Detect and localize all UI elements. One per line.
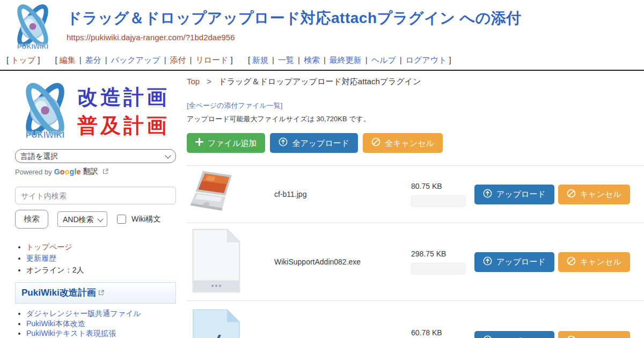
google-translate-credit: Powered by Google 翻訳 (15, 167, 176, 177)
cancel-all-button[interactable]: 全キャンセル (363, 133, 443, 153)
breadcrumb: Top > ドラッグ＆ドロップアップロード対応attachプラグイン (187, 77, 644, 87)
online-count: オンライン：2人 (26, 266, 84, 274)
sidebar-item-common-files[interactable]: ダジャレンジャー版共通ファイル (26, 309, 141, 318)
upload-file-list: cf-b11.jpg 80.75 KB アップロード キャンセル (187, 165, 644, 338)
file-name: cf-b11.jpg (274, 190, 411, 199)
plus-icon (195, 138, 203, 148)
search-mode-select[interactable]: AND検索 (57, 211, 107, 227)
add-file-button[interactable]: ファイル追加 (187, 133, 265, 153)
logo-caption: PUKIWIKI (26, 130, 64, 139)
file-row: WikiSupportAddin082.exe 298.75 KB アップロード… (187, 223, 644, 300)
nav-edit[interactable]: 編集 (60, 55, 76, 64)
sidebar-item-top-page[interactable]: トップページ (26, 243, 72, 251)
nav-search[interactable]: 検索 (304, 55, 320, 64)
sidebar-item-update-history[interactable]: 更新履歴 (26, 254, 56, 262)
logo-slogan-line2: 普及計画 (77, 112, 170, 140)
sidebar-links: ダジャレンジャー版共通ファイル PukiWiki本体改造 PukiWikiテキス… (15, 309, 176, 338)
page-url: https://pukiwiki.dajya-ranger.com/?1bd2d… (67, 33, 522, 42)
progress-bar (411, 195, 466, 207)
nav-list[interactable]: 一覧 (278, 55, 294, 64)
nav-help[interactable]: ヘルプ (371, 55, 396, 64)
sidebar-item-body-mod[interactable]: PukiWiki本体改造 (26, 319, 85, 328)
cancel-button[interactable]: キャンセル (558, 252, 630, 272)
list-item: PukiWiki本体改造 (26, 319, 176, 328)
upload-button[interactable]: アップロード (474, 185, 554, 204)
upload-button[interactable]: アップロード (474, 252, 554, 272)
file-row: cf-b11.jpg 80.75 KB アップロード キャンセル (187, 165, 644, 223)
cancel-button[interactable]: キャンセル (558, 185, 630, 204)
ban-icon (567, 189, 576, 200)
main-content: Top > ドラッグ＆ドロップアップロード対応attachプラグイン [全ページ… (185, 71, 644, 338)
google-logo: Google (54, 167, 81, 176)
list-item: トップページ (26, 241, 176, 252)
sidebar-section-title[interactable]: PukiWiki改造計画 (15, 282, 176, 304)
sidebar-logo: PUKIWIKI 改造計画 普及計画 (15, 82, 176, 142)
list-item: オンライン：2人 (26, 264, 176, 275)
nav-new[interactable]: 新規 (252, 55, 268, 64)
header: PUKIWIKI ドラッグ＆ドロップアップロード対応attachプラグイン への… (0, 0, 644, 52)
progress-bar (411, 263, 466, 275)
upload-all-button[interactable]: 全アップロード (270, 133, 358, 153)
nav-backup[interactable]: バックアップ (111, 55, 160, 64)
logo-caption: PUKIWIKI (17, 43, 48, 50)
wiki-syntax-label: Wiki構文 (131, 215, 160, 224)
wiki-syntax-checkbox[interactable] (117, 215, 126, 224)
external-link-icon (103, 168, 108, 176)
file-name: WikiSupportAddin082.exe (274, 258, 411, 266)
nav-reload[interactable]: リロード (195, 55, 228, 64)
logo-slogan-line1: 改造計画 (77, 83, 170, 112)
sidebar: PUKIWIKI 改造計画 普及計画 言語を選択 Powered by Goog… (0, 71, 185, 338)
generic-file-icon (187, 228, 274, 296)
breadcrumb-current: ドラッグ＆ドロップアップロード対応attachプラグイン (218, 77, 421, 86)
language-select[interactable]: 言語を選択 (15, 149, 176, 163)
upload-circle-icon (279, 137, 288, 149)
list-item: ダジャレンジャー版共通ファイル (26, 309, 176, 318)
pukiwiki-atom-logo-icon: PUKIWIKI (8, 3, 58, 52)
file-row: </> contents.html 60.78 KB アップロード キャンセル (187, 300, 644, 338)
nav-bar: [トップ] [編集|差分|バックアップ|添付|リロード] [新規|一覧|検索|最… (0, 52, 644, 70)
ban-icon (371, 137, 380, 149)
ban-icon (567, 335, 576, 338)
max-upload-size-text: アップロード可能最大ファイルサイズは 30,720KB です。 (187, 114, 644, 124)
upload-button[interactable]: アップロード (474, 331, 554, 338)
all-attachments-link[interactable]: [全ページの添付ファイル一覧] (187, 101, 282, 111)
breadcrumb-home[interactable]: Top (187, 77, 200, 86)
upload-circle-icon (483, 189, 492, 200)
pukiwiki-atom-logo-icon: PUKIWIKI (15, 82, 75, 142)
list-item: 更新履歴 (26, 253, 176, 263)
svg-text:</>: </> (196, 330, 236, 338)
upload-toolbar: ファイル追加 全アップロード 全キャンセル (187, 133, 644, 153)
nav-top[interactable]: トップ (11, 55, 35, 64)
cancel-button[interactable]: キャンセル (558, 331, 630, 338)
file-size: 60.78 KB (411, 328, 474, 337)
upload-circle-icon (483, 256, 492, 268)
list-item: PukiWikiテキスト表現拡張 (26, 329, 176, 338)
nav-logout[interactable]: ログアウト (406, 55, 447, 64)
laptop-photo-thumbnail (187, 170, 274, 219)
external-link-icon (98, 288, 104, 298)
site-search-input[interactable] (15, 187, 176, 204)
file-size: 80.75 KB (411, 182, 474, 190)
page-title: ドラッグ＆ドロップアップロード対応attachプラグイン への添付 (67, 10, 522, 27)
nav-recent[interactable]: 最終更新 (330, 55, 362, 64)
sidebar-quick-links: トップページ 更新履歴 オンライン：2人 (15, 241, 176, 275)
code-file-icon: </> (187, 308, 274, 338)
nav-diff[interactable]: 差分 (85, 55, 101, 64)
search-button[interactable]: 検索 (15, 210, 48, 229)
ban-icon (567, 256, 576, 268)
upload-circle-icon (483, 335, 492, 338)
nav-attach[interactable]: 添付 (170, 55, 186, 64)
file-size: 298.75 KB (411, 249, 474, 258)
sidebar-item-text-ext[interactable]: PukiWikiテキスト表現拡張 (26, 329, 116, 337)
